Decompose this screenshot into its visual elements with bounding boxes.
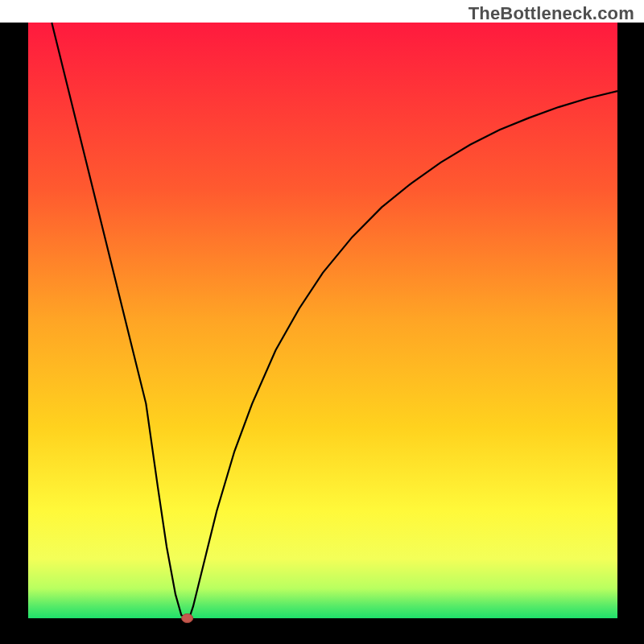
minimum-marker (182, 614, 193, 623)
chart-stage: TheBottleneck.com (0, 0, 644, 644)
watermark-text: TheBottleneck.com (469, 3, 634, 24)
plot-area (28, 23, 617, 618)
bottleneck-chart (0, 0, 644, 644)
